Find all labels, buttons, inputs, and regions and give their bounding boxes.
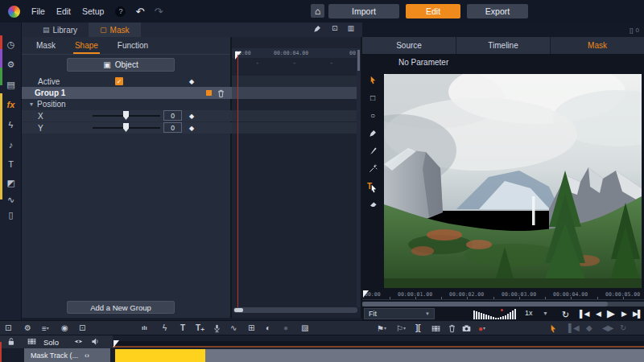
tab-mask[interactable]: ▢ Mask bbox=[89, 23, 140, 37]
transition-icon[interactable]: ◐ bbox=[266, 323, 270, 333]
rail-media-clock-icon[interactable]: ◷ bbox=[0, 39, 22, 50]
kf-row-active[interactable] bbox=[232, 76, 359, 87]
step-back-button[interactable]: ◀ bbox=[596, 310, 601, 318]
object-button[interactable]: ▣ Object bbox=[67, 58, 175, 72]
position-row[interactable]: ▾ Position bbox=[22, 99, 232, 109]
copy-icon[interactable]: ⊡ bbox=[332, 24, 338, 33]
import-mode-button[interactable]: Import bbox=[328, 4, 399, 19]
tab-shape[interactable]: Shape bbox=[75, 41, 98, 50]
y-keyframe-icon[interactable]: ◆ bbox=[189, 125, 194, 132]
mask-clip[interactable] bbox=[115, 349, 205, 362]
track-eye-icon[interactable] bbox=[74, 337, 83, 348]
rail-titles-icon[interactable]: T bbox=[0, 159, 22, 169]
menu-edit[interactable]: Edit bbox=[56, 6, 71, 16]
eraser-tool[interactable] bbox=[362, 196, 383, 211]
mark-in-icon[interactable]: ⚑▾ bbox=[377, 323, 386, 334]
track-size-icon[interactable]: ≡▾ bbox=[42, 323, 49, 334]
kf-hscroll-thumb[interactable] bbox=[234, 308, 243, 312]
edit-mode-button[interactable]: Edit bbox=[406, 4, 460, 19]
delete-clip-icon[interactable] bbox=[448, 324, 456, 335]
loop-trim-icon[interactable]: ↻ bbox=[620, 323, 626, 333]
x-value-field[interactable]: 0 bbox=[163, 110, 182, 121]
rail-transitions-icon[interactable]: ϟ bbox=[0, 120, 22, 130]
pen-icon[interactable] bbox=[313, 24, 322, 33]
mark-out-icon[interactable]: ⚐▾ bbox=[396, 323, 406, 334]
track-lock-icon[interactable] bbox=[6, 337, 15, 348]
subtitle-icon[interactable]: T₊ bbox=[196, 323, 204, 333]
home-button[interactable]: ⌂ bbox=[311, 4, 324, 18]
undo-icon[interactable]: ↶ bbox=[135, 6, 144, 17]
kf-row-x[interactable] bbox=[232, 110, 359, 121]
timeline-track-zone[interactable] bbox=[113, 335, 644, 362]
zoom-fit-select[interactable]: Fit ▼ bbox=[364, 308, 435, 319]
collapse-icon[interactable]: ▾ bbox=[30, 101, 33, 108]
preview-ruler[interactable]: 00:00 00:00:01.00 00:00:02.00 00:00:03.0… bbox=[362, 290, 644, 300]
title-editor-icon[interactable]: T bbox=[180, 323, 185, 333]
display-mode-icon[interactable]: ⊡ bbox=[5, 323, 11, 333]
trim-mode-icon[interactable]: ▌◀ bbox=[568, 323, 579, 333]
shuttle-control[interactable] bbox=[473, 309, 518, 319]
kf-hscrollbar[interactable] bbox=[233, 307, 357, 313]
preview-hscroll-thumb[interactable] bbox=[362, 302, 608, 306]
y-value-field[interactable]: 0 bbox=[163, 122, 182, 133]
redo-icon[interactable]: ↷ bbox=[154, 6, 163, 17]
kf-vscrollbar[interactable] bbox=[357, 48, 361, 307]
rail-audio-icon[interactable]: ∿ bbox=[0, 195, 22, 205]
y-slider[interactable] bbox=[93, 127, 160, 129]
razor-split-icon[interactable]: ][ bbox=[415, 323, 421, 333]
go-to-end-button[interactable]: ▶▌ bbox=[633, 310, 642, 318]
active-keyframe-icon[interactable]: ◆ bbox=[189, 78, 194, 85]
multicam-grid-icon[interactable]: ⊞ bbox=[248, 323, 254, 333]
x-slider[interactable] bbox=[93, 115, 160, 117]
mask-track-header[interactable]: Mask Track (... ‹› bbox=[24, 348, 110, 362]
roll-edit-icon[interactable]: ◆ bbox=[586, 323, 592, 333]
solo-label[interactable]: Solo bbox=[43, 338, 59, 347]
y-slider-thumb[interactable] bbox=[123, 123, 129, 132]
tab-mask-preview[interactable]: Mask bbox=[551, 37, 644, 54]
track-film-icon[interactable] bbox=[27, 337, 36, 348]
record-icon[interactable]: ◉ bbox=[61, 323, 68, 333]
group-row[interactable]: Group 1 bbox=[22, 87, 232, 99]
scorefitter-icon[interactable]: ∿ bbox=[230, 323, 237, 333]
kf-playhead-line[interactable] bbox=[237, 55, 238, 307]
kf-ruler[interactable]: 00:00 00:00:04.00 00:0 bbox=[232, 48, 359, 58]
tab-source[interactable]: Source bbox=[362, 37, 456, 54]
tab-function[interactable]: Function bbox=[118, 41, 148, 50]
audio-ducking-icon[interactable]: ϟ bbox=[163, 323, 167, 333]
voiceover-mic-icon[interactable] bbox=[213, 324, 221, 335]
rail-settings-icon[interactable]: ⚙ bbox=[0, 60, 22, 70]
tab-mask-sub[interactable]: Mask bbox=[36, 41, 56, 50]
pen-tool[interactable] bbox=[362, 125, 383, 140]
go-to-start-button[interactable]: ▌◀ bbox=[580, 310, 588, 318]
rail-music-icon[interactable]: ♪ bbox=[0, 140, 22, 150]
empty-track-region[interactable] bbox=[205, 349, 644, 362]
rail-fx-icon[interactable]: fx bbox=[0, 100, 22, 109]
rectangle-tool[interactable]: □ bbox=[362, 90, 383, 105]
add-group-button[interactable]: Add a New Group bbox=[67, 301, 175, 314]
text-tool[interactable]: T bbox=[362, 179, 383, 193]
columns-icon[interactable]: ▥ bbox=[347, 24, 354, 33]
kf-vscroll-thumb[interactable] bbox=[357, 50, 360, 71]
rail-panel-icon[interactable]: ▯ bbox=[0, 210, 22, 220]
preview-hscrollbar[interactable] bbox=[362, 302, 644, 306]
playback-speed[interactable]: 1x bbox=[525, 309, 533, 317]
mini-timeline-ruler[interactable] bbox=[113, 341, 644, 348]
settings-gear-icon[interactable]: ⚙ bbox=[24, 323, 31, 333]
step-forward-button[interactable]: ▶ bbox=[621, 310, 626, 318]
brush-tool[interactable] bbox=[362, 143, 383, 158]
tab-timeline[interactable]: Timeline bbox=[456, 37, 551, 54]
badge-icon[interactable]: ▨ bbox=[301, 323, 308, 333]
copy-timeline-icon[interactable]: ⊡ bbox=[79, 323, 85, 333]
menu-setup[interactable]: Setup bbox=[82, 6, 104, 16]
tab-library[interactable]: ▤ Library bbox=[31, 23, 89, 37]
play-button[interactable]: ▶ bbox=[607, 307, 614, 319]
loop-button[interactable]: ↻ bbox=[562, 310, 568, 320]
audio-mixer-icon[interactable]: ılı bbox=[142, 323, 147, 333]
ellipse-tool[interactable]: ○ bbox=[362, 108, 383, 122]
disabled-circle-icon[interactable]: ● bbox=[283, 323, 288, 333]
track-link-icon[interactable]: ‹› bbox=[85, 352, 89, 360]
kf-row-group[interactable] bbox=[232, 87, 359, 99]
help-icon[interactable]: ? bbox=[115, 6, 126, 17]
track-speaker-icon[interactable] bbox=[91, 337, 100, 348]
timeline-cursor-icon[interactable] bbox=[549, 324, 558, 335]
